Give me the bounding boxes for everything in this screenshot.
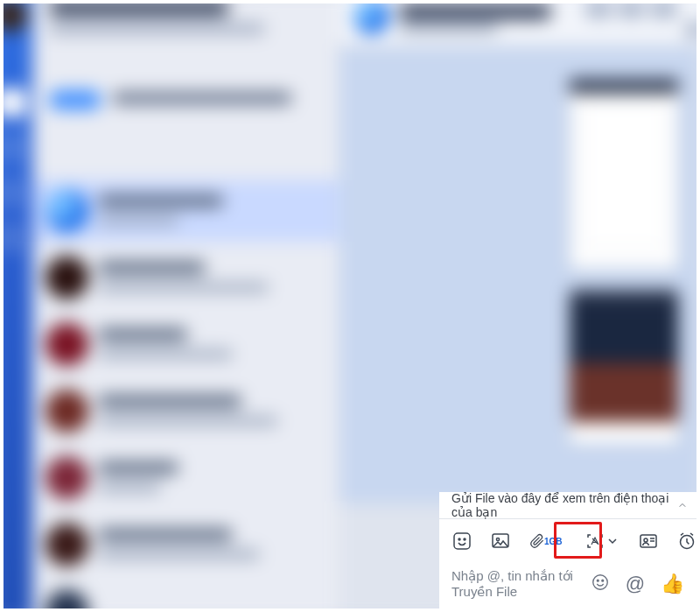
conversation-list xyxy=(32,0,339,612)
chat-messages-area[interactable] xyxy=(340,46,700,503)
image-button[interactable] xyxy=(490,530,511,552)
user-avatar[interactable] xyxy=(0,0,27,32)
message-attachment[interactable] xyxy=(570,79,678,268)
composer-toolbar: 1GB xyxy=(439,519,696,563)
screenshot-button[interactable] xyxy=(580,528,620,554)
nav-rail xyxy=(0,0,32,612)
conversation-item-selected[interactable] xyxy=(32,180,339,242)
conversation-item[interactable] xyxy=(32,313,339,375)
filters-row xyxy=(112,92,292,104)
svg-point-6 xyxy=(644,538,648,542)
composer-hint-bar[interactable]: Gửi File vào đây để xem trên điện thoại … xyxy=(439,492,696,519)
conversation-item[interactable] xyxy=(32,380,339,441)
nav-contacts-icon[interactable] xyxy=(0,133,25,162)
dropdown-caret-icon[interactable] xyxy=(608,533,617,549)
conversation-item[interactable] xyxy=(32,247,339,308)
header-action[interactable] xyxy=(586,0,612,18)
chat-subtitle xyxy=(399,24,498,32)
chat-header xyxy=(340,0,700,43)
header-action[interactable] xyxy=(651,0,676,18)
svg-point-10 xyxy=(592,575,607,590)
message-attachment[interactable] xyxy=(570,290,678,443)
chat-avatar[interactable] xyxy=(354,0,389,34)
svg-point-11 xyxy=(597,580,598,581)
like-button[interactable]: 👍 xyxy=(661,573,684,595)
reminder-button[interactable] xyxy=(676,530,697,552)
composer-input-row: Nhập @, tin nhắn tới Truyền File @ 👍 xyxy=(439,563,696,608)
nav-chat-icon[interactable] xyxy=(0,88,25,117)
contact-card-button[interactable] xyxy=(638,530,659,552)
mention-button[interactable]: @ xyxy=(626,573,645,595)
attach-size-badge: 1GB xyxy=(544,537,563,546)
contact-header-sub xyxy=(49,24,265,34)
contact-header-name xyxy=(49,0,229,16)
composer-input[interactable]: Nhập @, tin nhắn tới Truyền File xyxy=(452,568,591,600)
header-action[interactable] xyxy=(685,22,700,39)
attach-button[interactable]: 1GB xyxy=(528,530,563,552)
chevron-up-icon[interactable] xyxy=(677,499,688,511)
nav-todo-icon[interactable] xyxy=(0,179,25,208)
svg-rect-0 xyxy=(454,533,470,549)
svg-point-1 xyxy=(458,538,460,540)
sticker-button[interactable] xyxy=(452,530,472,552)
svg-point-12 xyxy=(601,580,603,581)
composer-hint-text: Gửi File vào đây để xem trên điện thoại … xyxy=(452,491,677,519)
filter-pill[interactable] xyxy=(49,90,102,110)
header-action[interactable] xyxy=(619,0,644,18)
chat-title xyxy=(399,4,552,20)
svg-point-4 xyxy=(496,538,499,540)
composer-right-actions: @ 👍 xyxy=(591,573,684,595)
message-composer: Gửi File vào đây để xem trên điện thoại … xyxy=(439,492,696,608)
svg-point-2 xyxy=(464,538,466,540)
emoji-button[interactable] xyxy=(591,573,610,595)
conversation-item[interactable] xyxy=(32,447,339,509)
app-frame: Gửi File vào đây để xem trên điện thoại … xyxy=(0,0,700,612)
conversation-item[interactable] xyxy=(32,514,339,575)
nav-cloud-icon[interactable] xyxy=(0,223,25,252)
conversation-item[interactable] xyxy=(32,580,339,612)
